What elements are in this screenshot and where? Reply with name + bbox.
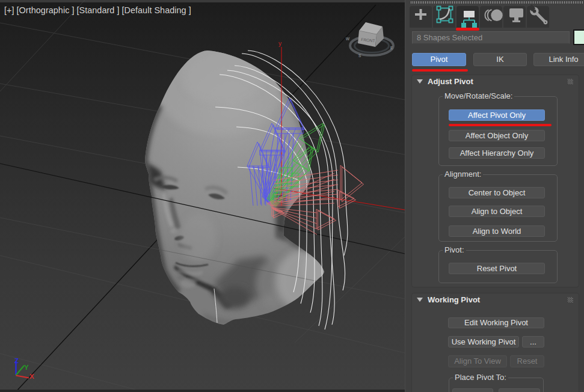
svg-text:Y: Y: [24, 364, 29, 371]
svg-text:y: y: [278, 40, 281, 47]
svg-text:W: W: [346, 37, 350, 41]
svg-text:[+] [Orthographic ] [Standard: [+] [Orthographic ] [Standard ] [Default…: [4, 5, 191, 15]
svg-text:S: S: [358, 54, 361, 58]
svg-text:Z: Z: [14, 357, 19, 364]
svg-text:E: E: [390, 46, 393, 50]
svg-text:z: z: [216, 240, 220, 248]
svg-text:X: X: [29, 373, 34, 380]
